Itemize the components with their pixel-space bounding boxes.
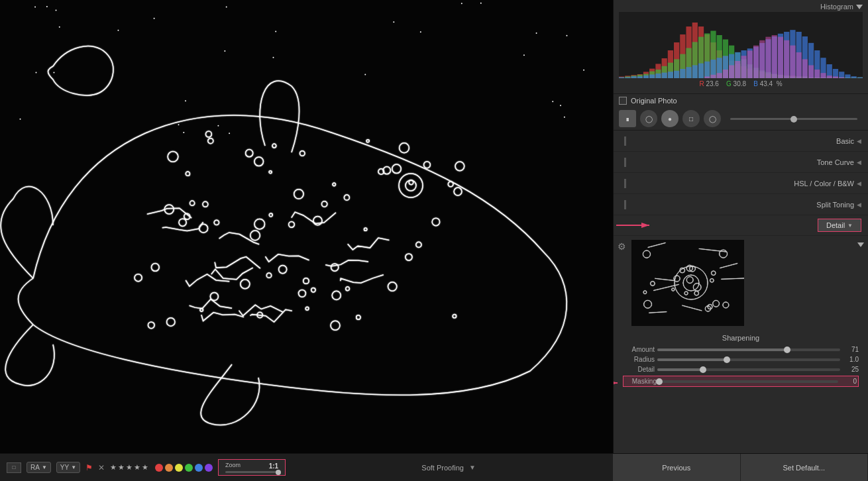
ra-text: RA [30, 464, 40, 471]
basic-label: Basic [631, 137, 854, 145]
soft-proofing-arrow: ▼ [469, 464, 476, 471]
zoom-box[interactable]: Zoom 1:1 [218, 459, 286, 476]
color-dot-yellow[interactable] [175, 464, 183, 472]
b-value: 43.4 [760, 80, 773, 87]
g-label: G [726, 80, 732, 87]
hsl-label: HSL / Color / B&W [631, 180, 854, 187]
radius-value: 1.0 [843, 356, 859, 363]
histogram-header: Histogram [619, 3, 863, 11]
bottom-right-buttons: Previous Set Default... [613, 453, 868, 481]
color-dot-orange[interactable] [165, 464, 173, 472]
histogram-dropdown-icon[interactable] [856, 5, 863, 9]
zoom-thumb [276, 470, 281, 475]
panel-tone-curve[interactable]: Tone Curve ◀ [614, 152, 868, 173]
bottom-toolbar: □ RA ▼ YY ▼ ⚑ ✕ ★★★★★ Zoom 1:1 [0, 453, 613, 481]
gear-icon[interactable]: ⚙ [618, 241, 626, 326]
amount-value: 71 [843, 346, 859, 353]
ra-badge[interactable]: RA ▼ [27, 462, 51, 473]
bottom-view-icon[interactable]: □ [7, 462, 21, 473]
original-photo-label: Original Photo [631, 97, 677, 105]
masking-container: Masking 0 [623, 376, 859, 390]
ra-dropdown: ▼ [42, 464, 47, 470]
set-default-button[interactable]: Set Default... [741, 454, 869, 481]
preview-dropdown-icon[interactable] [857, 242, 864, 247]
masking-value: 0 [841, 378, 857, 385]
histogram-title: Histogram [820, 3, 853, 11]
photo-canvas [0, 0, 613, 453]
flag-icon[interactable]: ⚑ [85, 463, 93, 472]
bottom-bar: □ RA ▼ YY ▼ ⚑ ✕ ★★★★★ Zoom 1:1 [0, 453, 868, 481]
histogram-canvas [619, 12, 863, 78]
color-dot-blue[interactable] [195, 464, 203, 472]
detail-arrow-svg [616, 219, 656, 232]
detail-preview-row: ⚙ [618, 240, 864, 326]
right-panel: Histogram R 23.6 G 30.8 B 43.4 % Origina… [613, 0, 868, 453]
yy-text: YY [60, 464, 69, 471]
radius-knob [724, 356, 730, 363]
masking-knob [656, 378, 663, 385]
circle-tool-icon[interactable]: ◯ [704, 110, 721, 127]
histogram-values: R 23.6 G 30.8 B 43.4 % [619, 78, 863, 89]
detail-row: Detail 25 [623, 366, 859, 373]
zoom-slider[interactable] [225, 471, 278, 473]
toolbar-icons-row: ∎ ◯ ● □ ◯ [614, 107, 868, 131]
amount-knob [784, 347, 790, 353]
heal-tool-icon[interactable]: ● [661, 110, 678, 127]
split-toning-arrow-icon: ◀ [857, 201, 861, 208]
sharpening-title: Sharpening [623, 334, 859, 342]
amount-fill [657, 348, 787, 351]
yy-badge[interactable]: YY ▼ [56, 462, 80, 473]
tone-curve-arrow-icon: ◀ [857, 159, 861, 166]
radius-fill [657, 358, 727, 361]
panel-basic[interactable]: Basic ◀ [614, 131, 868, 152]
detail-label: Detail [826, 221, 845, 229]
star-rating[interactable]: ★★★★★ [110, 463, 150, 472]
crop-tool-icon[interactable]: ◯ [640, 110, 657, 127]
detail-label-box[interactable]: Detail ▼ [818, 219, 861, 232]
radius-slider[interactable] [657, 358, 840, 361]
soft-proofing-label: Soft Proofing [421, 464, 464, 472]
split-toning-label: Split Toning [631, 201, 854, 209]
original-photo-row[interactable]: Original Photo [614, 94, 868, 107]
basic-arrow-icon: ◀ [857, 138, 861, 144]
hsl-arrow-icon: ◀ [857, 180, 861, 187]
preview-canvas [631, 240, 744, 326]
detail-fill [657, 368, 703, 371]
g-value: 30.8 [733, 80, 746, 87]
grid-tool-icon[interactable]: ∎ [619, 110, 636, 127]
detail-panel: Detail ▼ ⚙ Sh [614, 215, 868, 399]
soft-proofing-area: Soft Proofing ▼ [291, 464, 606, 472]
x-icon[interactable]: ✕ [98, 463, 105, 472]
panel-hsl-color-bw[interactable]: HSL / Color / B&W ◀ [614, 173, 868, 194]
panels-list: Basic ◀ Tone Curve ◀ HSL / Color / B&W ◀… [614, 131, 868, 453]
exposure-slider-thumb [790, 116, 797, 123]
preview-thumbnail [631, 240, 744, 326]
panel-marker [624, 200, 626, 209]
panel-split-toning[interactable]: Split Toning ◀ [614, 194, 868, 215]
detail-slider[interactable] [657, 368, 840, 371]
detail-dropdown-icon: ▼ [847, 223, 853, 229]
color-labels [155, 464, 213, 472]
color-dot-purple[interactable] [205, 464, 213, 472]
detail-slider-label: Detail [623, 366, 655, 373]
color-dot-red[interactable] [155, 464, 163, 472]
photo-panel [0, 0, 613, 453]
histogram-section: Histogram R 23.6 G 30.8 B 43.4 % [614, 0, 868, 94]
tone-curve-label: Tone Curve [631, 158, 854, 166]
radius-label: Radius [623, 356, 655, 363]
red-eye-icon[interactable]: □ [682, 110, 700, 127]
detail-value: 25 [843, 366, 859, 373]
color-dot-green[interactable] [185, 464, 193, 472]
masking-label: Masking [625, 378, 657, 385]
detail-content: ⚙ Sharpening Amount [614, 236, 868, 399]
r-value: 23.6 [706, 80, 718, 87]
amount-slider[interactable] [657, 348, 840, 351]
sharpening-section: Sharpening Amount 71 Radius [618, 331, 864, 395]
previous-button[interactable]: Previous [613, 454, 741, 481]
original-photo-checkbox[interactable] [619, 97, 627, 105]
amount-label: Amount [623, 346, 655, 353]
masking-slider[interactable] [659, 380, 838, 383]
panel-marker [624, 179, 626, 188]
detail-header: Detail ▼ [614, 215, 868, 236]
exposure-slider[interactable] [730, 118, 857, 120]
